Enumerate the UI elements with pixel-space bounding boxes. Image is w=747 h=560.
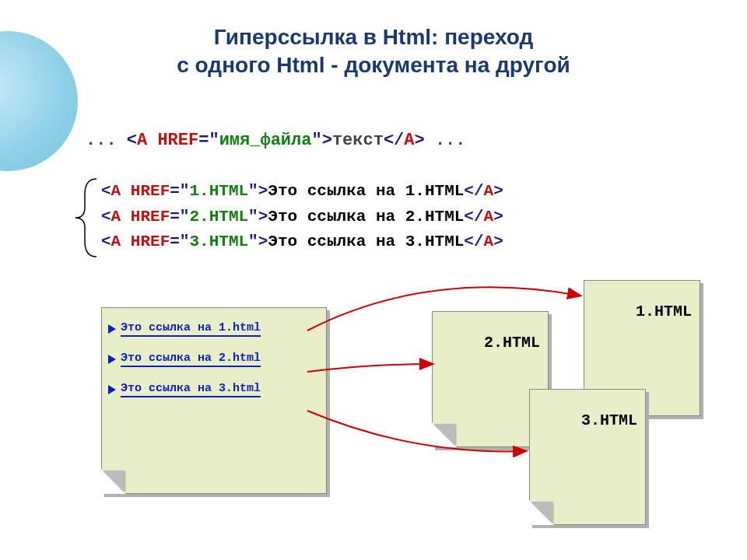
source-link-3-text: Это ссылка на 3.html [121, 382, 261, 397]
source-link-3: Это ссылка на 3.html [102, 369, 326, 399]
diagram-area: Это ссылка на 1.html Это ссылка на 2.htm… [0, 0, 747, 560]
source-link-2-text: Это ссылка на 2.html [121, 352, 261, 367]
source-link-2: Это ссылка на 2.html [102, 338, 326, 369]
source-document: Это ссылка на 1.html Это ссылка на 2.htm… [101, 307, 327, 494]
target-1-label: 1.HTML [584, 303, 692, 320]
page-fold-icon [432, 422, 457, 447]
page-fold-icon [101, 469, 126, 494]
source-link-1-text: Это ссылка на 1.html [121, 321, 261, 337]
bullet-icon [108, 385, 116, 394]
target-2-label: 2.HTML [433, 334, 540, 352]
bullet-icon [108, 355, 116, 364]
source-link-1: Это ссылка на 1.html [102, 308, 326, 338]
page-fold-icon [529, 500, 554, 525]
target-3-label: 3.HTML [530, 411, 637, 429]
target-document-3: 3.HTML [529, 389, 646, 525]
bullet-icon [108, 324, 116, 334]
